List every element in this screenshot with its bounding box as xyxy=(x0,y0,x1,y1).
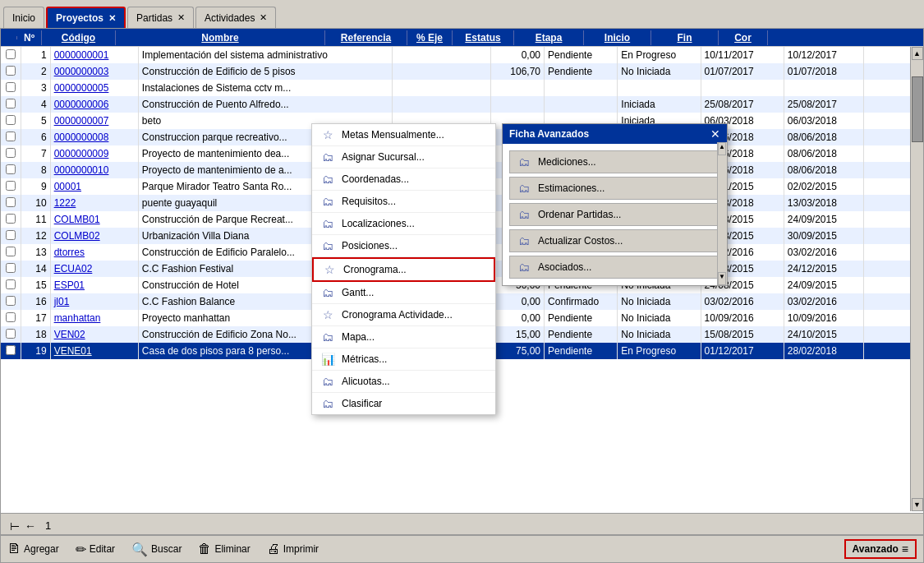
menu-item-metas[interactable]: ☆ Metas Mensualmente... xyxy=(312,124,495,146)
avanzado-button[interactable]: Avanzado ≡ xyxy=(844,539,917,559)
row-checkbox[interactable] xyxy=(1,228,21,244)
table-row[interactable]: 4 0000000006 Construcción de Puento Alfr… xyxy=(1,96,923,113)
scroll-up[interactable]: ▲ xyxy=(912,47,923,60)
row-checkbox[interactable] xyxy=(1,178,21,195)
agregar-label: Agregar xyxy=(24,543,59,555)
th-etapa[interactable]: Etapa xyxy=(514,30,584,45)
row-num: 15 xyxy=(21,277,50,293)
ficha-item-mediciones[interactable]: 🗂 Mediciones... xyxy=(509,150,720,173)
row-checkbox[interactable] xyxy=(1,145,21,162)
menu-item-metricas[interactable]: 📊 Métricas... xyxy=(312,348,495,371)
first-page-btn[interactable]: ⊢ xyxy=(7,519,22,533)
row-checkbox[interactable] xyxy=(1,293,21,310)
buscar-button[interactable]: 🔍 Buscar xyxy=(131,542,182,557)
row-code[interactable]: COLMB02 xyxy=(50,228,138,244)
ficha-item-estimaciones[interactable]: 🗂 Estimaciones... xyxy=(509,177,720,200)
metricas-icon: 📊 xyxy=(320,353,335,366)
row-code[interactable]: 00001 xyxy=(50,178,138,195)
ficha-item-asociados[interactable]: 🗂 Asociados... xyxy=(509,256,720,279)
tab-actividades[interactable]: Actividades ✕ xyxy=(195,7,276,28)
row-code[interactable]: 0000000003 xyxy=(50,63,138,80)
row-checkbox[interactable] xyxy=(1,80,21,96)
table-row[interactable]: 3 0000000005 Instalaciones de Sistema cc… xyxy=(1,80,923,96)
table-row[interactable]: 1 0000000001 Implementación del sistema … xyxy=(1,47,923,63)
row-code[interactable]: 1222 xyxy=(50,195,138,211)
editar-button[interactable]: ✏ Editar xyxy=(76,542,115,557)
tab-bar: Inicio Proyectos ✕ Partidas ✕ Actividade… xyxy=(0,0,924,28)
imprimir-button[interactable]: 🖨 Imprimir xyxy=(267,542,319,556)
menu-item-cronograma-act[interactable]: ☆ Cronograma Actividade... xyxy=(312,304,495,326)
row-checkbox[interactable] xyxy=(1,343,21,359)
menu-item-localizaciones[interactable]: 🗂 Localizaciones... xyxy=(312,213,495,235)
row-code[interactable]: manhattan xyxy=(50,310,138,326)
tab-inicio[interactable]: Inicio xyxy=(3,7,44,28)
menu-item-coordenadas[interactable]: 🗂 Coordenadas... xyxy=(312,168,495,191)
row-code[interactable]: dtorres xyxy=(50,244,138,261)
menu-item-gantt[interactable]: 🗂 Gantt... xyxy=(312,282,495,304)
ficha-close-button[interactable]: ✕ xyxy=(710,127,720,141)
row-code[interactable]: VENE01 xyxy=(50,343,138,359)
menu-item-mapa[interactable]: 🗂 Mapa... xyxy=(312,326,495,348)
row-code[interactable]: 0000000008 xyxy=(50,129,138,145)
menu-item-alicuotas[interactable]: 🗂 Alicuotas... xyxy=(312,371,495,393)
th-code[interactable]: Código xyxy=(42,30,116,45)
row-code[interactable]: jl01 xyxy=(50,293,138,310)
row-checkbox[interactable] xyxy=(1,261,21,277)
asociados-icon: 🗂 xyxy=(517,261,531,274)
row-code[interactable]: ECUA02 xyxy=(50,261,138,277)
row-checkbox[interactable] xyxy=(1,195,21,211)
row-code[interactable]: 0000000001 xyxy=(50,47,138,63)
th-cor[interactable]: Cor xyxy=(719,30,768,45)
th-pct[interactable]: % Eje xyxy=(407,30,453,45)
avanzado-icon: ≡ xyxy=(902,542,908,556)
row-checkbox[interactable] xyxy=(1,96,21,113)
menu-item-requisitos[interactable]: 🗂 Requisitos... xyxy=(312,191,495,213)
scrollbar[interactable]: ▲ ▼ xyxy=(910,47,923,511)
tab-proyectos[interactable]: Proyectos ✕ xyxy=(46,7,126,28)
row-checkbox[interactable] xyxy=(1,244,21,261)
tab-partidas-close[interactable]: ✕ xyxy=(177,12,185,23)
row-code[interactable]: 0000000007 xyxy=(50,113,138,129)
row-checkbox[interactable] xyxy=(1,113,21,129)
row-code[interactable]: 0000000010 xyxy=(50,162,138,178)
row-checkbox[interactable] xyxy=(1,326,21,343)
row-checkbox[interactable] xyxy=(1,211,21,228)
tab-inicio-label: Inicio xyxy=(12,12,35,24)
ficha-item-actualizar[interactable]: 🗂 Actualizar Costos... xyxy=(509,229,720,252)
menu-item-clasificar[interactable]: 🗂 Clasificar xyxy=(312,393,495,414)
row-fin: 08/06/2018 xyxy=(784,162,864,178)
row-code[interactable]: 0000000009 xyxy=(50,145,138,162)
menu-item-asignar[interactable]: 🗂 Asignar Sucursal... xyxy=(312,146,495,168)
row-code[interactable]: 0000000006 xyxy=(50,96,138,113)
th-status[interactable]: Estatus xyxy=(453,30,514,45)
row-checkbox[interactable] xyxy=(1,277,21,293)
th-ref[interactable]: Referencia xyxy=(325,30,407,45)
prev-page-btn[interactable]: ← xyxy=(22,519,39,533)
eliminar-button[interactable]: 🗑 Eliminar xyxy=(198,542,250,556)
table-header: Nº Código Nombre Referencia % Eje Estatu… xyxy=(1,29,923,47)
row-checkbox[interactable] xyxy=(1,310,21,326)
tab-actividades-close[interactable]: ✕ xyxy=(260,12,267,23)
row-fin: 06/03/2018 xyxy=(784,113,864,129)
row-checkbox[interactable] xyxy=(1,162,21,178)
menu-item-posiciones[interactable]: 🗂 Posiciones... xyxy=(312,235,495,257)
row-code[interactable]: VEN02 xyxy=(50,326,138,343)
scroll-thumb[interactable] xyxy=(912,76,923,142)
th-name[interactable]: Nombre xyxy=(116,30,325,45)
page-number: 1 xyxy=(45,519,51,532)
tab-proyectos-close[interactable]: ✕ xyxy=(108,13,116,24)
row-code[interactable]: ESP01 xyxy=(50,277,138,293)
row-checkbox[interactable] xyxy=(1,47,21,63)
row-code[interactable]: 0000000005 xyxy=(50,80,138,96)
table-row[interactable]: 2 0000000003 Construcción de Edificio de… xyxy=(1,63,923,80)
menu-item-cronograma[interactable]: ☆ Cronograma... xyxy=(312,257,495,282)
row-checkbox[interactable] xyxy=(1,63,21,80)
ficha-item-ordenar[interactable]: 🗂 Ordenar Partidas... xyxy=(509,203,720,226)
th-fin[interactable]: Fin xyxy=(651,30,719,45)
scroll-down[interactable]: ▼ xyxy=(912,498,923,511)
row-checkbox[interactable] xyxy=(1,129,21,145)
agregar-button[interactable]: 🖹 Agregar xyxy=(7,542,59,556)
row-code[interactable]: COLMB01 xyxy=(50,211,138,228)
th-inicio[interactable]: Inicio xyxy=(584,30,651,45)
tab-partidas[interactable]: Partidas ✕ xyxy=(127,7,194,28)
